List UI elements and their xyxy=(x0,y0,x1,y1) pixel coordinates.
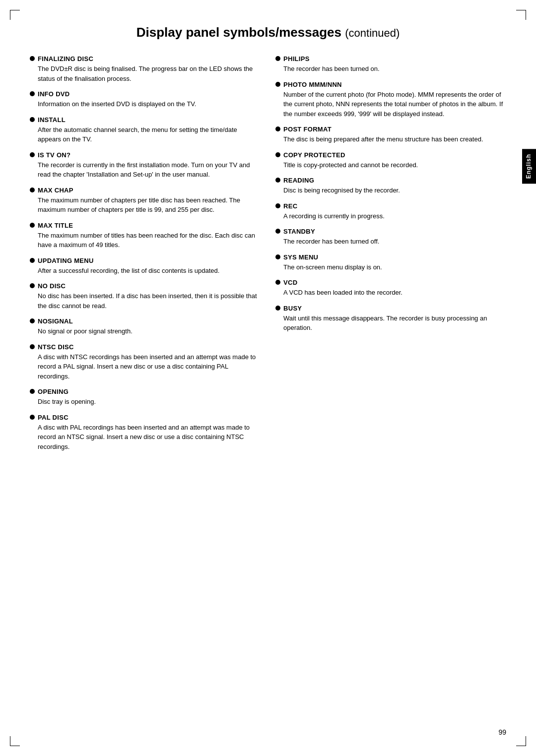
corner-mark-tl xyxy=(10,10,20,20)
entry-header-philips: Philips xyxy=(275,55,506,63)
bullet-nosignal xyxy=(30,318,35,323)
entry-header-finalizing-disc: Finalizing Disc xyxy=(30,55,261,63)
entry-max-title: Max TitleThe maximum number of titles ha… xyxy=(30,222,261,250)
entry-title-pal-disc: Pal Disc xyxy=(38,414,68,421)
content-columns: Finalizing DiscThe DVD±R disc is being f… xyxy=(30,55,506,458)
entry-body-finalizing-disc: The DVD±R disc is being finalised. The p… xyxy=(30,64,261,83)
entry-title-info-dvd: Info DVD xyxy=(38,90,70,98)
entry-sys-menu: Sys MenuThe on-screen menu display is on… xyxy=(275,253,506,272)
entry-body-reading: Disc is being recognised by the recorder… xyxy=(275,186,506,195)
bullet-install xyxy=(30,117,35,122)
entry-rec: RecA recording is currently in progress. xyxy=(275,202,506,221)
entry-title-sys-menu: Sys Menu xyxy=(283,253,318,261)
entry-pal-disc: Pal DiscA disc with PAL recordings has b… xyxy=(30,414,261,452)
entry-title-no-disc: No Disc xyxy=(38,282,66,290)
entry-ntsc-disc: Ntsc DiscA disc with NTSC recordings has… xyxy=(30,343,261,381)
entry-body-vcd: A VCD has been loaded into the recorder. xyxy=(275,288,506,298)
entry-title-finalizing-disc: Finalizing Disc xyxy=(38,55,93,63)
entry-body-photo-mmm-nnn: Number of the current photo (for Photo m… xyxy=(275,90,506,119)
entry-title-rec: Rec xyxy=(283,202,297,210)
entry-header-no-disc: No Disc xyxy=(30,282,261,290)
entry-body-copy-protected: Title is copy-protected and cannot be re… xyxy=(275,160,506,170)
left-column: Finalizing DiscThe DVD±R disc is being f… xyxy=(30,55,261,458)
entry-nosignal: NosignalNo signal or poor signal strengt… xyxy=(30,317,261,336)
language-tab: English xyxy=(522,149,536,184)
entry-no-disc: No DiscNo disc has been inserted. If a d… xyxy=(30,282,261,311)
entry-title-copy-protected: Copy Protected xyxy=(283,151,345,159)
entry-body-info-dvd: Information on the inserted DVD is displ… xyxy=(30,99,261,109)
bullet-ntsc-disc xyxy=(30,344,35,349)
entry-body-post-format: The disc is being prepared after the men… xyxy=(275,134,506,144)
entry-body-nosignal: No signal or poor signal strength. xyxy=(30,326,261,336)
entry-title-philips: Philips xyxy=(283,55,310,63)
right-column: PhilipsThe recorder has been turned on.P… xyxy=(275,55,506,458)
entry-header-install: Install xyxy=(30,116,261,124)
entry-header-updating-menu: Updating Menu xyxy=(30,257,261,264)
entry-title-max-chap: Max Chap xyxy=(38,187,73,194)
bullet-info-dvd xyxy=(30,91,35,96)
entry-title-max-title: Max Title xyxy=(38,222,73,229)
entry-title-post-format: Post Format xyxy=(283,126,332,133)
entry-updating-menu: Updating MenuAfter a successful recordin… xyxy=(30,257,261,276)
bullet-busy xyxy=(275,306,280,311)
entry-header-is-tv-on: Is TV On? xyxy=(30,151,261,159)
bullet-max-title xyxy=(30,223,35,228)
entry-opening: OpeningDisc tray is opening. xyxy=(30,388,261,407)
entry-body-philips: The recorder has been turned on. xyxy=(275,64,506,74)
bullet-photo-mmm-nnn xyxy=(275,82,280,87)
entry-header-info-dvd: Info DVD xyxy=(30,90,261,98)
entry-header-max-chap: Max Chap xyxy=(30,187,261,194)
entry-title-nosignal: Nosignal xyxy=(38,317,73,325)
bullet-post-format xyxy=(275,126,280,131)
bullet-opening xyxy=(30,389,35,394)
entry-header-busy: Busy xyxy=(275,305,506,312)
entry-body-updating-menu: After a successful recording, the list o… xyxy=(30,266,261,276)
entry-reading: ReadingDisc is being recognised by the r… xyxy=(275,177,506,195)
entry-title-install: Install xyxy=(38,116,66,124)
entry-header-copy-protected: Copy Protected xyxy=(275,151,506,159)
entry-body-pal-disc: A disc with PAL recordings has been inse… xyxy=(30,423,261,452)
entry-title-photo-mmm-nnn: Photo MMM/NNN xyxy=(283,81,342,88)
entry-busy: BusyWait until this message disappears. … xyxy=(275,305,506,333)
entry-body-install: After the automatic channel search, the … xyxy=(30,125,261,144)
entry-philips: PhilipsThe recorder has been turned on. xyxy=(275,55,506,74)
corner-mark-bl xyxy=(10,736,20,746)
entry-header-reading: Reading xyxy=(275,177,506,184)
entry-standby: StandbyThe recorder has been turned off. xyxy=(275,228,506,247)
entry-body-max-chap: The maximum number of chapters per title… xyxy=(30,195,261,215)
entry-title-ntsc-disc: Ntsc Disc xyxy=(38,343,74,351)
page-title: Display panel symbols/messages (continue… xyxy=(30,25,506,40)
entry-title-is-tv-on: Is TV On? xyxy=(38,151,70,159)
bullet-max-chap xyxy=(30,188,35,192)
bullet-pal-disc xyxy=(30,415,35,420)
entry-header-pal-disc: Pal Disc xyxy=(30,414,261,421)
entry-body-rec: A recording is currently in progress. xyxy=(275,211,506,221)
bullet-rec xyxy=(275,203,280,208)
entry-copy-protected: Copy ProtectedTitle is copy-protected an… xyxy=(275,151,506,170)
entry-body-standby: The recorder has been turned off. xyxy=(275,237,506,247)
bullet-vcd xyxy=(275,280,280,285)
entry-title-reading: Reading xyxy=(283,177,314,184)
corner-mark-tr xyxy=(516,10,526,20)
entry-body-ntsc-disc: A disc with NTSC recordings has been ins… xyxy=(30,352,261,381)
bullet-standby xyxy=(275,229,280,234)
entry-info-dvd: Info DVDInformation on the inserted DVD … xyxy=(30,90,261,109)
entry-title-opening: Opening xyxy=(38,388,68,395)
bullet-reading xyxy=(275,178,280,183)
entry-install: InstallAfter the automatic channel searc… xyxy=(30,116,261,144)
entry-header-max-title: Max Title xyxy=(30,222,261,229)
page-title-text: Display panel symbols/messages xyxy=(136,25,341,40)
entry-title-busy: Busy xyxy=(283,305,302,312)
entry-body-sys-menu: The on-screen menu display is on. xyxy=(275,262,506,272)
entry-body-max-title: The maximum number of titles has been re… xyxy=(30,231,261,250)
entry-finalizing-disc: Finalizing DiscThe DVD±R disc is being f… xyxy=(30,55,261,83)
entry-header-nosignal: Nosignal xyxy=(30,317,261,325)
entry-vcd: VCDA VCD has been loaded into the record… xyxy=(275,279,506,298)
corner-mark-br xyxy=(516,736,526,746)
entry-is-tv-on: Is TV On?The recorder is currently in th… xyxy=(30,151,261,180)
bullet-sys-menu xyxy=(275,254,280,259)
entry-header-rec: Rec xyxy=(275,202,506,210)
bullet-copy-protected xyxy=(275,152,280,157)
entry-title-standby: Standby xyxy=(283,228,315,235)
entry-title-updating-menu: Updating Menu xyxy=(38,257,94,264)
